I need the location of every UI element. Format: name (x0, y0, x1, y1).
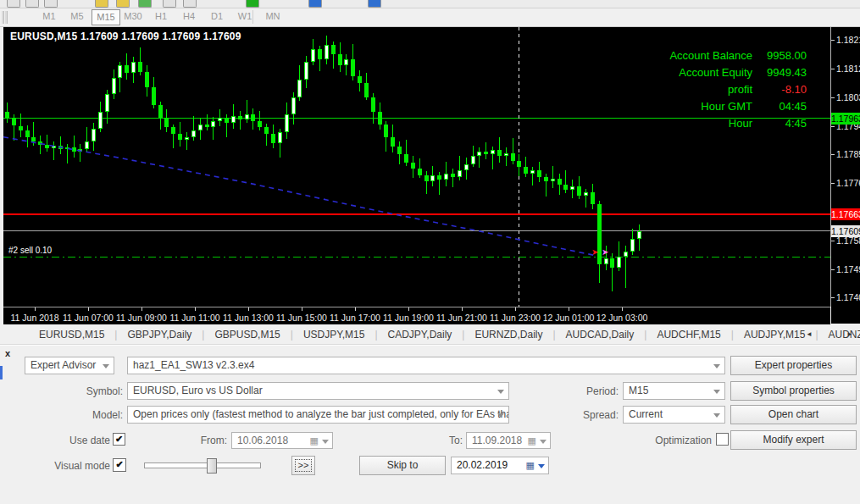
help-icon[interactable] (308, 0, 322, 8)
price-highlight-1-17609: 1.17609 (831, 225, 860, 237)
timeframe-button-m15[interactable]: M15 (92, 9, 120, 25)
time-tick (88, 307, 89, 311)
time-tick-label: 11 Jun 2018 (10, 313, 58, 323)
skip-to-date-field[interactable]: 20.02.2019 ▦ (451, 457, 549, 474)
timeframe-button-h1[interactable]: H1 (147, 9, 175, 24)
tester-close-button[interactable]: x (5, 348, 10, 358)
open-trade-label: #2 sell 0.10 (8, 246, 52, 255)
model-select[interactable]: Open prices only (fastest method to anal… (127, 406, 509, 424)
crosshair-icon[interactable] (116, 0, 130, 8)
chart-window-icon[interactable] (44, 0, 58, 8)
time-tick (569, 307, 569, 311)
from-label: From: (186, 435, 227, 446)
symbol-label: Symbol: (34, 385, 123, 397)
chevron-down-icon (540, 440, 547, 444)
fast-forward-button[interactable]: >> (291, 456, 315, 475)
overlay-value: 9958.00 (752, 49, 807, 62)
toolbar-grip[interactable] (5, 11, 8, 24)
timeframe-button-m1[interactable]: M1 (36, 9, 63, 24)
visual-speed-slider[interactable] (144, 462, 261, 468)
timeframe-button-mn[interactable]: MN (259, 9, 286, 24)
time-tick-label: 12 Jun 03:00 (596, 313, 648, 323)
account-overlay-row: Account Balance9958.00 (669, 49, 807, 62)
chart-area[interactable]: ➤➤ EURUSD,M15 1.17609 1.17609 1.17609 1.… (3, 27, 830, 307)
tab-cadjpy-daily[interactable]: CADJPY,Daily (383, 329, 458, 341)
new-order-icon[interactable] (246, 0, 259, 8)
timeframe-button-w1[interactable]: W1 (231, 9, 258, 24)
overlay-label: Account Equity (679, 66, 752, 79)
indicators-icon[interactable] (138, 0, 152, 8)
model-label: Model: (34, 409, 123, 421)
calendar-icon: ▦ (310, 435, 319, 446)
to-date-field[interactable]: 11.09.2018 ▦ (466, 432, 551, 449)
price-highlight-1-17663: 1.17663 (831, 208, 860, 220)
time-tick-label: 11 Jun 19:00 (383, 313, 434, 323)
price-tick (831, 154, 835, 155)
skip-to-button[interactable]: Skip to (359, 456, 446, 475)
timeframe-button-h4[interactable]: H4 (175, 9, 203, 24)
price-tick (831, 40, 835, 41)
symbol-properties-button[interactable]: Symbol properties (730, 381, 857, 401)
overlay-value: 04:45 (752, 100, 807, 113)
timeframe-button-d1[interactable]: D1 (203, 9, 230, 24)
chart-ohlc-title: EURUSD,M15 1.17609 1.17609 1.17609 1.176… (10, 30, 241, 42)
terminal-icon[interactable] (368, 0, 381, 8)
chevron-down-icon (713, 390, 720, 394)
open-chart-button[interactable]: Open chart (730, 405, 857, 424)
tab-gbpusd-m15[interactable]: GBPUSD,M15 (209, 329, 285, 341)
time-axis[interactable]: 11 Jun 201811 Jun 07:0011 Jun 09:0011 Ju… (3, 307, 830, 324)
timeframe-button-m30[interactable]: M30 (119, 9, 147, 24)
tab-eurnzd-daily[interactable]: EURNZD,Daily (469, 329, 547, 341)
price-tick-label: 1.18120 (836, 64, 860, 74)
account-overlay-row: Hour GMT04:45 (701, 100, 807, 113)
ea-file-select[interactable]: haz1_EA1_SW13 v2.3.ex4 (127, 357, 725, 374)
price-axis[interactable]: 1.182101.181201.180301.179401.178501.177… (831, 27, 860, 324)
time-tick-label: 11 Jun 13:00 (223, 313, 274, 323)
tab-gbpjpy-daily[interactable]: GBPJPY,Daily (122, 329, 197, 341)
cascade-windows-icon[interactable] (183, 0, 197, 8)
calendar-icon: ▦ (526, 460, 535, 470)
time-tick (195, 307, 196, 311)
tab-usdjpy-m15[interactable]: USDJPY,M15 (298, 329, 369, 341)
time-tick (462, 307, 463, 311)
tab-audjpy-m15[interactable]: AUDJPY,M15 (739, 329, 810, 341)
spread-select[interactable]: Current (623, 406, 725, 424)
metatrader-strategy-tester-window: M1M5M15M30H1H4D1W1MN ➤➤ EURUSD,M15 1.176… (0, 0, 860, 504)
tab-scroll-left-icon[interactable]: ◄ (806, 330, 813, 338)
chart-window-icon[interactable] (7, 0, 20, 8)
symbol-select[interactable]: EURUSD, Euro vs US Dollar (127, 382, 509, 400)
expert-properties-button[interactable]: Expert properties (730, 356, 857, 375)
use-date-checkbox[interactable]: ✔ (113, 433, 125, 446)
chevron-down-icon (103, 364, 109, 368)
chevron-down-icon (538, 464, 545, 468)
modify-expert-button[interactable]: Modify expert (730, 430, 857, 450)
tab-eurusd-m15[interactable]: EURUSD,M15 (34, 329, 109, 341)
ea-type-select[interactable]: Expert Advisor (25, 357, 114, 374)
tile-windows-icon[interactable] (163, 0, 176, 8)
price-tick (831, 297, 835, 298)
price-tick-label: 1.18030 (836, 92, 860, 102)
overlay-label: Hour GMT (701, 100, 752, 113)
time-tick (248, 307, 249, 311)
tab-scroll-right-icon[interactable]: ► (846, 330, 853, 338)
chart-window-icon[interactable] (25, 0, 39, 8)
visual-speed-slider-handle[interactable] (207, 458, 217, 474)
optimization-checkbox[interactable] (716, 433, 729, 446)
cursor-icon[interactable] (95, 0, 108, 8)
price-tick (831, 97, 835, 98)
price-tick-label: 1.17850 (836, 149, 860, 159)
price-tick (831, 69, 835, 69)
from-date-field[interactable]: 10.06.2018 ▦ (231, 432, 333, 449)
visual-mode-checkbox[interactable]: ✔ (113, 458, 126, 472)
time-tick (141, 307, 142, 311)
toolbar-grip[interactable] (2, 11, 4, 24)
tab-audchf-m15[interactable]: AUDCHF,M15 (652, 329, 725, 341)
tab-separator: | (286, 329, 298, 341)
tab-audcad-daily[interactable]: AUDCAD,Daily (561, 329, 640, 341)
time-tick-label: 11 Jun 17:00 (330, 313, 380, 323)
tab-audnzd-m15[interactable]: AUDNZD,M15 (824, 329, 860, 341)
price-highlight-1-17963: 1.17963 (831, 113, 860, 125)
to-label: To: (428, 435, 463, 446)
period-select[interactable]: M15 (623, 382, 725, 400)
timeframe-button-m5[interactable]: M5 (64, 9, 91, 24)
